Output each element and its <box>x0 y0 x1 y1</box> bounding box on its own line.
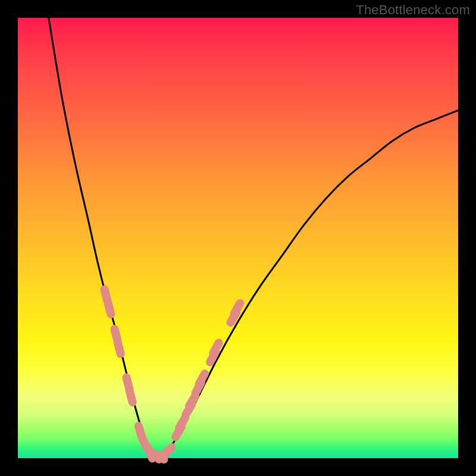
curve-beads <box>105 289 240 459</box>
svg-line-22 <box>234 303 240 314</box>
svg-line-14 <box>179 418 185 428</box>
svg-line-1 <box>108 303 111 314</box>
attribution-label: TheBottleneck.com <box>356 2 470 18</box>
svg-line-12 <box>164 447 172 456</box>
plot-area <box>18 18 458 458</box>
bottleneck-curve <box>49 18 458 458</box>
svg-line-18 <box>199 374 205 384</box>
chart-frame: TheBottleneck.com <box>0 0 476 476</box>
curve-layer <box>18 18 458 458</box>
svg-line-3 <box>118 342 121 353</box>
svg-line-16 <box>189 396 195 406</box>
svg-line-5 <box>130 391 133 402</box>
svg-line-20 <box>213 343 218 353</box>
